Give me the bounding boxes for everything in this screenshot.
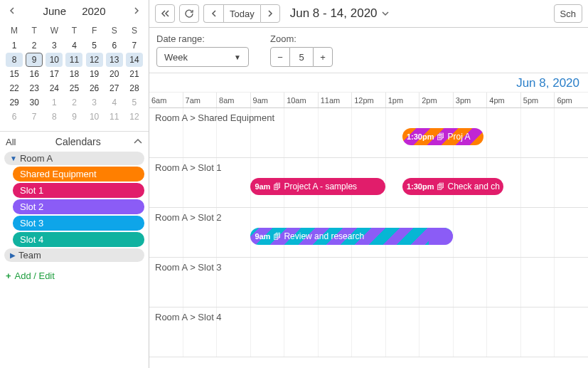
zoom-out-button[interactable]: − — [270, 47, 290, 67]
calendar-day[interactable]: 2 — [64, 95, 84, 110]
next-month-button[interactable] — [130, 4, 143, 17]
event-time: 9am — [255, 232, 270, 241]
calendar-day[interactable]: 2 — [24, 38, 44, 53]
event-time: 9am — [255, 182, 270, 191]
calendar-day[interactable]: 19 — [85, 67, 105, 81]
event-time: 1:30pm — [407, 132, 434, 141]
calendar-day[interactable]: 12 — [124, 110, 144, 124]
calendar-day[interactable]: 8 — [44, 110, 64, 124]
date-range-value: Week — [164, 52, 188, 63]
calendar-day[interactable]: 18 — [64, 67, 84, 81]
today-button[interactable]: Today — [223, 4, 260, 23]
calendar-day[interactable]: 14 — [124, 53, 144, 67]
hour-cell: 10am — [284, 93, 318, 107]
calendar-group[interactable]: ▼Room A — [4, 152, 144, 165]
calendar-day[interactable]: 28 — [124, 81, 144, 95]
group-label: Team — [18, 250, 41, 261]
calendar-day[interactable]: 17 — [44, 67, 64, 81]
calendar-day[interactable]: 24 — [44, 81, 64, 95]
hour-cell: 4pm — [486, 93, 520, 107]
resource-row: Room A > Shared Equipment1:30pm🗐Proj A — [149, 108, 588, 158]
prev-month-button[interactable] — [6, 4, 18, 17]
calendar-day[interactable]: 29 — [4, 95, 24, 110]
calendar-day[interactable]: 4 — [105, 95, 124, 110]
date-range-select[interactable]: Week ▼ — [156, 47, 249, 67]
date-range-title[interactable]: Jun 8 - 14, 2020 — [290, 6, 389, 21]
calendar-item[interactable]: Slot 2 — [13, 199, 144, 214]
event[interactable]: 1:30pm🗐Proj A — [402, 128, 483, 145]
hour-cell: 6pm — [554, 93, 588, 107]
calendar-day[interactable]: 3 — [44, 38, 64, 53]
resource-row: Room A > Slot 19am🗐Project A - samples1:… — [149, 158, 588, 208]
calendar-day[interactable]: 1 — [44, 95, 64, 110]
calendar-day[interactable]: 6 — [105, 38, 124, 53]
calendar-day[interactable]: 7 — [124, 38, 144, 53]
refresh-icon — [184, 9, 194, 19]
calendar-day[interactable]: 21 — [124, 67, 144, 81]
resource-label: Room A > Slot 3 — [155, 262, 222, 273]
calendar-day[interactable]: 5 — [85, 38, 105, 53]
calendar-day[interactable]: 23 — [24, 81, 44, 95]
zoom-in-button[interactable]: + — [313, 47, 333, 67]
refresh-button[interactable] — [179, 4, 199, 23]
calendar-day[interactable]: 6 — [4, 110, 24, 124]
all-label[interactable]: All — [6, 137, 16, 147]
calendar-day[interactable]: 10 — [44, 53, 64, 67]
calendar-group[interactable]: ▶Team — [4, 248, 144, 262]
calendars-title: Calendars — [23, 136, 133, 147]
calendar-day[interactable]: 9 — [64, 110, 84, 124]
calendar-day[interactable]: 22 — [4, 81, 24, 95]
calendar-icon: 🗐 — [273, 182, 281, 191]
hour-cell: 6am — [149, 93, 183, 107]
calendar-day[interactable]: 7 — [24, 110, 44, 124]
zoom-stepper: − 5 + — [270, 47, 333, 67]
event-time: 1:30pm — [407, 182, 434, 191]
calendar-day[interactable]: 11 — [64, 53, 84, 67]
calendar-day[interactable]: 9 — [24, 53, 44, 67]
calendar-day[interactable]: 27 — [105, 81, 124, 95]
calendar-day[interactable]: 11 — [105, 110, 124, 124]
calendar-day[interactable]: 25 — [64, 81, 84, 95]
today-label: Today — [230, 9, 255, 19]
collapse-icon[interactable] — [133, 138, 143, 145]
calendar-day[interactable]: 10 — [85, 110, 105, 124]
resource-label: Room A > Shared Equipment — [155, 112, 274, 123]
calendars-header[interactable]: All Calendars — [0, 131, 149, 152]
rewind-button[interactable] — [155, 4, 175, 23]
calendar-item[interactable]: Slot 1 — [13, 183, 144, 198]
calendar-day[interactable]: 15 — [4, 67, 24, 81]
resource-row: Room A > Slot 29am🗐Review and research — [149, 208, 588, 258]
calendar-day[interactable]: 5 — [124, 95, 144, 110]
hour-cell: 9am — [250, 93, 284, 107]
calendar-day[interactable]: 8 — [4, 53, 24, 67]
calendar-day[interactable]: 30 — [24, 95, 44, 110]
schedule-grid[interactable]: Room A > Shared Equipment1:30pm🗐Proj ARo… — [149, 108, 588, 368]
mini-calendar-header: June 2020 — [0, 0, 149, 21]
next-button[interactable] — [260, 4, 280, 23]
calendar-item[interactable]: Shared Equipment — [13, 167, 144, 182]
calendar-day[interactable]: 12 — [85, 53, 105, 67]
calendar-item[interactable]: Slot 3 — [13, 216, 144, 231]
calendar-day[interactable]: 3 — [85, 95, 105, 110]
weekday-header: S — [105, 23, 124, 38]
weekday-header: T — [24, 23, 44, 38]
zoom-value: 5 — [290, 47, 313, 67]
add-edit-label: Add / Edit — [15, 270, 55, 281]
event[interactable]: 9am🗐Review and research — [250, 228, 453, 245]
calendar-day[interactable]: 26 — [85, 81, 105, 95]
event[interactable]: 1:30pm🗐Check and ch — [402, 178, 503, 195]
schedule-button[interactable]: Sch — [554, 4, 582, 23]
resource-label: Room A > Slot 2 — [155, 212, 222, 223]
zoom-control: Zoom: − 5 + — [270, 33, 333, 67]
calendar-day[interactable]: 20 — [105, 67, 124, 81]
resource-row: Room A > Slot 3 — [149, 258, 588, 307]
add-edit-button[interactable]: + Add / Edit — [0, 268, 149, 284]
calendar-day[interactable]: 4 — [64, 38, 84, 53]
calendar-day[interactable]: 1 — [4, 38, 24, 53]
prev-button[interactable] — [203, 4, 223, 23]
calendar-item[interactable]: Slot 4 — [13, 232, 144, 247]
plus-icon: + — [6, 270, 11, 281]
calendar-day[interactable]: 16 — [24, 67, 44, 81]
event[interactable]: 9am🗐Project A - samples — [250, 178, 385, 195]
calendar-day[interactable]: 13 — [105, 53, 124, 67]
